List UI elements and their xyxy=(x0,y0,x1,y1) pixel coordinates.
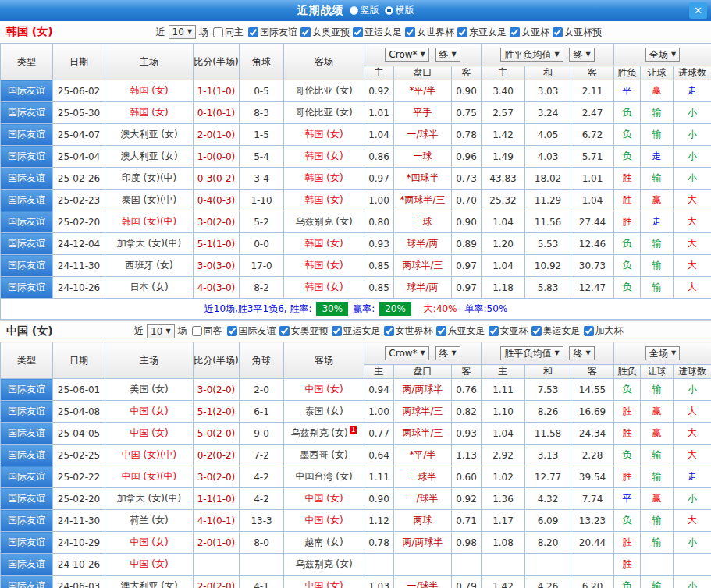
filter-checkbox[interactable]: 东亚女足 xyxy=(433,324,485,338)
close-icon: ✕ xyxy=(694,5,702,16)
match-type-link[interactable]: 国际友谊 xyxy=(1,401,53,423)
match-type-link[interactable]: 国际友谊 xyxy=(1,233,53,255)
avg-home-odds: 43.83 xyxy=(482,168,525,190)
handicap-line: 一球 xyxy=(394,146,452,168)
filter-label: 女世界杯 xyxy=(396,324,433,338)
filter-checkbox[interactable]: 国际友谊 xyxy=(245,26,297,39)
match-type-link[interactable]: 国际友谊 xyxy=(1,510,53,532)
avg-draw-odds: 5.53 xyxy=(525,233,571,255)
match-type-link[interactable]: 国际友谊 xyxy=(1,146,53,168)
avg-draw-odds: 12.77 xyxy=(525,466,571,488)
match-type-link[interactable]: 国际友谊 xyxy=(1,124,53,146)
checkbox-input[interactable] xyxy=(213,27,223,37)
recent-suffix-label: 场 xyxy=(199,26,208,39)
match-type-link[interactable]: 国际友谊 xyxy=(1,379,53,401)
result-outcome: 胜 xyxy=(614,423,641,445)
filter-checkbox[interactable]: 东亚女足 xyxy=(454,26,507,39)
avg-draw-odds: 11.58 xyxy=(525,423,571,445)
recent-count-select[interactable]: 10 ▼ xyxy=(169,25,196,39)
result-goals: 小 xyxy=(674,576,711,588)
match-type-link[interactable]: 国际友谊 xyxy=(1,277,53,299)
layout-radio-vertical[interactable]: 竖版 xyxy=(350,4,379,17)
handicap-away-odds: 0.60 xyxy=(452,466,482,488)
checkbox-input[interactable] xyxy=(332,326,342,336)
home-team: 澳大利亚 (女) xyxy=(105,576,194,588)
handicap-final-select[interactable]: 终▼ xyxy=(435,346,460,360)
checkbox-input[interactable] xyxy=(584,326,594,336)
filter-label: 国际友谊 xyxy=(260,26,297,39)
match-type-link[interactable]: 国际友谊 xyxy=(1,445,53,466)
filter-checkbox[interactable]: 女奥亚预 xyxy=(276,324,329,338)
filter-checkbox[interactable]: 女亚杯 xyxy=(507,26,549,39)
match-type-link[interactable]: 国际友谊 xyxy=(1,80,53,102)
corner-score: 8-2 xyxy=(240,277,284,299)
home-team: 中国 (女) xyxy=(105,554,194,576)
bookmaker-select[interactable]: Crow*▼ xyxy=(385,48,428,62)
bookmaker-select[interactable]: Crow*▼ xyxy=(385,346,428,360)
match-type-link[interactable]: 国际友谊 xyxy=(1,190,53,211)
layout-radio-horizontal[interactable]: 横版 xyxy=(385,4,414,17)
checkbox-input[interactable] xyxy=(192,326,202,336)
matches-tbody: 国际友谊25-06-02韩国 (女)1-1(1-0)0-5哥伦比亚 (女)0.9… xyxy=(1,80,711,320)
checkbox-input[interactable] xyxy=(227,326,237,336)
checkbox-input[interactable] xyxy=(531,326,542,336)
match-type-link[interactable]: 国际友谊 xyxy=(1,532,53,554)
filter-checkbox[interactable]: 女亚杯预 xyxy=(549,26,602,39)
scope-select[interactable]: 全场▼ xyxy=(645,346,680,360)
filter-checkbox[interactable]: 女亚杯 xyxy=(485,324,528,338)
europe-final-select[interactable]: 终▼ xyxy=(569,346,594,360)
checkbox-input[interactable] xyxy=(300,27,311,37)
checkbox-input[interactable] xyxy=(457,27,467,37)
same-venue-checkbox[interactable]: 同客 xyxy=(189,324,222,338)
filter-checkbox[interactable]: 亚运女足 xyxy=(329,324,381,338)
filter-checkbox[interactable]: 女世界杯 xyxy=(402,26,454,39)
checkbox-input[interactable] xyxy=(279,326,290,336)
titlebar-center: 近期战绩 竖版 横版 xyxy=(0,4,711,18)
away-team: 中国台湾 (女) xyxy=(284,466,364,488)
filter-checkbox[interactable]: 奥运女足 xyxy=(528,324,581,338)
checkbox-input[interactable] xyxy=(248,27,258,37)
match-type-link[interactable]: 国际友谊 xyxy=(1,255,53,277)
match-type-link[interactable]: 国际友谊 xyxy=(1,488,53,510)
avg-home-odds xyxy=(482,554,525,576)
match-type-link[interactable]: 国际友谊 xyxy=(1,576,53,588)
filter-checkbox[interactable]: 女世界杯 xyxy=(381,324,433,338)
recent-count-select[interactable]: 10 ▼ xyxy=(147,324,174,338)
checkbox-input[interactable] xyxy=(553,27,563,37)
result-outcome: 胜 xyxy=(614,211,641,233)
match-type-link[interactable]: 国际友谊 xyxy=(1,168,53,190)
checkbox-input[interactable] xyxy=(436,326,446,336)
filter-checkbox[interactable]: 亚运女足 xyxy=(350,26,402,39)
match-type-link[interactable]: 国际友谊 xyxy=(1,102,53,124)
handicap-home-odds: 0.93 xyxy=(364,233,394,255)
col-header-away: 客场 xyxy=(284,342,364,379)
result-goals: 大 xyxy=(674,445,711,466)
col-header-result-handicap: 让球 xyxy=(641,365,674,379)
match-type-link[interactable]: 国际友谊 xyxy=(1,466,53,488)
avg-odds-select[interactable]: 胜平负均值▼ xyxy=(500,346,563,360)
checkbox-input[interactable] xyxy=(405,27,415,37)
filter-checkbox[interactable]: 女奥亚预 xyxy=(297,26,350,39)
close-button[interactable]: ✕ xyxy=(689,2,707,19)
match-row: 国际友谊25-06-02韩国 (女)1-1(1-0)0-5哥伦比亚 (女)0.9… xyxy=(1,80,711,102)
checkbox-input[interactable] xyxy=(384,326,394,336)
filter-checkbox[interactable]: 国际友谊 xyxy=(224,324,276,338)
match-type-link[interactable]: 国际友谊 xyxy=(1,211,53,233)
handicap-line: 球半/两 xyxy=(394,233,452,255)
checkbox-input[interactable] xyxy=(489,326,499,336)
avg-odds-select[interactable]: 胜平负均值▼ xyxy=(500,48,563,62)
filter-checkbox[interactable]: 加大杯 xyxy=(581,324,624,338)
match-type-link[interactable]: 国际友谊 xyxy=(1,554,53,576)
match-type-link[interactable]: 国际友谊 xyxy=(1,423,53,445)
checkbox-input[interactable] xyxy=(510,27,520,37)
europe-final-select[interactable]: 终▼ xyxy=(569,48,594,62)
home-team: 印度 (女)(中) xyxy=(105,168,194,190)
handicap-final-select[interactable]: 终▼ xyxy=(435,48,460,62)
filter-label: 女奥亚预 xyxy=(312,26,350,39)
recent-suffix-label: 场 xyxy=(178,324,187,338)
avg-draw-odds: 8.26 xyxy=(525,401,571,423)
scope-select[interactable]: 全场▼ xyxy=(645,48,680,62)
same-venue-checkbox[interactable]: 同主 xyxy=(210,26,244,39)
avg-away-odds: 39.54 xyxy=(571,466,614,488)
checkbox-input[interactable] xyxy=(353,27,363,37)
